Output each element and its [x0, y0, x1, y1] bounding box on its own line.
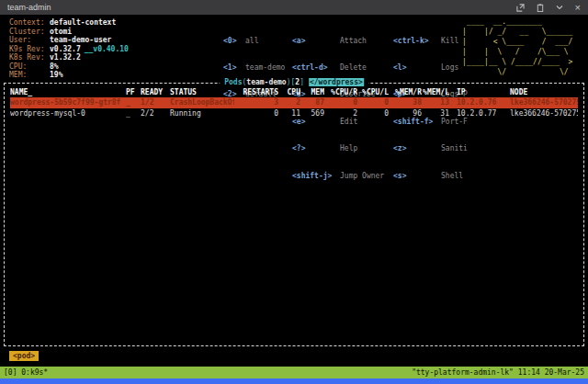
pods-table-title: Pods(team-demo)[2]</wordpress>: [220, 78, 368, 86]
col-header-node[interactable]: NODE: [506, 87, 578, 97]
col-header-name[interactable]: NAME_: [10, 87, 126, 97]
namespace-name: team-demo: [246, 78, 286, 86]
info-label: K8s Rev:: [9, 53, 50, 62]
hotkey-key: <0>: [223, 37, 245, 46]
col-header-mem[interactable]: MEM: [300, 87, 324, 97]
pod-ip: 10.2.0.77: [449, 108, 506, 119]
resource-name: Pods: [224, 78, 242, 86]
hotkey-label: Kill: [441, 37, 458, 45]
bottom-edge-strip: [0, 378, 588, 384]
pod-mem-r: 38: [389, 97, 422, 108]
info-value: otomi: [50, 28, 72, 37]
window-title: team-admin: [7, 3, 516, 12]
col-header-pf[interactable]: PF: [126, 87, 141, 97]
hotkey-label: Attach: [340, 37, 367, 45]
hotkey-attach: <a>Attach: [292, 37, 384, 46]
col-header-mem-r[interactable]: %MEM/R: [389, 87, 422, 97]
cluster-info-panel: Context:default-context Cluster:otomi Us…: [9, 18, 129, 80]
info-value: v1.32.2: [50, 53, 81, 62]
hotkey-label: team-demo: [245, 63, 285, 72]
info-value: default-context: [50, 18, 116, 28]
info-value: v0.32.7: [50, 45, 81, 54]
pod-mem: 569: [300, 108, 324, 119]
pod-pf: _: [126, 97, 141, 108]
tmux-host-clock: "tty-platform-admin-lk" 11:14 20-Mar-25: [412, 368, 584, 377]
pod-name: wordpress-mysql-0: [10, 108, 126, 119]
pods-table: Pods(team-demo)[2]</wordpress> NAME_ PF …: [4, 83, 584, 346]
info-label: CPU:: [9, 62, 50, 72]
window-controls: ×: [516, 3, 581, 12]
pod-cpu: 2: [278, 97, 300, 108]
col-header-restarts[interactable]: RESTARTS: [234, 87, 278, 97]
tmux-session-info: [0] 0:k9s*: [4, 368, 48, 377]
col-header-status[interactable]: STATUS: [170, 87, 234, 97]
pod-mem-l: 31: [422, 108, 449, 119]
pod-pf: _: [126, 108, 141, 119]
info-row-k8s-rev: K8s Rev:v1.32.2: [9, 53, 129, 62]
col-header-ready[interactable]: READY: [141, 87, 170, 97]
terminal-screen[interactable]: Context:default-context Cluster:otomi Us…: [0, 15, 588, 367]
pod-mem-r: 96: [389, 108, 422, 119]
breadcrumb-pod: <pod>: [9, 351, 39, 361]
k9s-upgrade-version: __v0.40.10: [85, 45, 129, 54]
pod-cpu-l: 0: [357, 108, 389, 119]
hotkey-delete: <ctrl-d>Delete: [292, 63, 384, 73]
info-value: 19%: [50, 71, 62, 80]
hotkey-all: <0>all: [223, 37, 285, 46]
info-row-k9s-rev: K9s Rev:v0.32.7__v0.40.10: [9, 45, 129, 54]
hotkey-label: Logs: [441, 63, 458, 72]
table-row-wordpress-mysql[interactable]: wordpress-mysql-0 _ 2/2 Running 0 11 569…: [10, 108, 578, 119]
pod-restarts: 3: [234, 97, 278, 108]
open-in-new-icon[interactable]: [516, 4, 525, 12]
hotkey-key: <a>: [292, 37, 340, 46]
pod-ready: 2/2: [141, 108, 170, 119]
title-punct: )[: [287, 78, 296, 86]
info-label: User:: [9, 36, 50, 45]
pod-name: wordpress-5b59c7f99-gtr8f: [10, 97, 126, 108]
col-header-ip[interactable]: IP: [449, 87, 506, 97]
pod-mem: 87: [300, 97, 324, 108]
pod-ip: 10.2.0.76: [449, 97, 506, 108]
k9s-logo: ____ __.________ | |/ _/ __ \______ | < …: [462, 17, 572, 77]
close-icon[interactable]: ×: [575, 3, 581, 12]
terminal-window: team-admin × Context:default-context Clu…: [0, 0, 588, 384]
title-punct: ]: [300, 78, 304, 86]
hotkey-logs: <l>Logs: [393, 63, 468, 73]
table-header-row: NAME_ PF READY STATUS RESTARTS CPU MEM %…: [10, 87, 578, 97]
pod-cpu: 11: [278, 108, 300, 119]
info-row-context: Context:default-context: [9, 18, 129, 28]
hotkey-key: <l>: [393, 63, 441, 73]
col-header-cpu-l[interactable]: %CPU/L: [357, 87, 389, 97]
table-row-wordpress[interactable]: wordpress-5b59c7f99-gtr8f _ 1/2 CrashLoo…: [10, 97, 578, 108]
hotkey-key: <1>: [223, 63, 245, 73]
col-header-cpu[interactable]: CPU: [278, 87, 300, 97]
pod-cpu-l: 0: [357, 97, 389, 108]
pod-status: CrashLoopBackOff: [170, 97, 234, 108]
info-label: MEM:: [9, 71, 50, 80]
pod-node: lke366246-570275: [506, 108, 578, 119]
info-row-cpu: CPU:8%: [9, 62, 129, 72]
info-label: Cluster:: [9, 28, 50, 37]
pod-cpu-r: 2: [324, 108, 357, 119]
pod-cpu-r: 0: [324, 97, 357, 108]
info-value: 8%: [50, 62, 59, 72]
info-label: Context:: [9, 18, 50, 28]
filter-indicator[interactable]: </wordpress>: [309, 78, 364, 86]
window-titlebar: team-admin ×: [0, 0, 588, 15]
col-header-cpu-r[interactable]: %CPU/R: [324, 87, 357, 97]
hotkey-label: all: [245, 37, 258, 45]
info-label: K9s Rev:: [9, 45, 50, 54]
pod-ready: 1/2: [141, 97, 170, 108]
pod-status: Running: [170, 108, 234, 119]
chevron-down-icon[interactable]: [556, 5, 563, 10]
pod-mem-l: 13: [422, 97, 449, 108]
hotkey-kill: <ctrl-k>Kill: [393, 37, 468, 46]
hotkey-key: <ctrl-d>: [292, 63, 340, 73]
hotkey-team-demo: <1>team-demo: [223, 63, 285, 73]
clipboard-icon[interactable]: [537, 4, 544, 12]
col-header-mem-l[interactable]: %MEM/L: [422, 87, 449, 97]
hotkey-label: Delete: [340, 63, 367, 72]
info-value: team-demo-user: [50, 36, 111, 45]
tmux-status-bar: [0] 0:k9s* "tty-platform-admin-lk" 11:14…: [0, 367, 588, 378]
pod-restarts: 0: [234, 108, 278, 119]
